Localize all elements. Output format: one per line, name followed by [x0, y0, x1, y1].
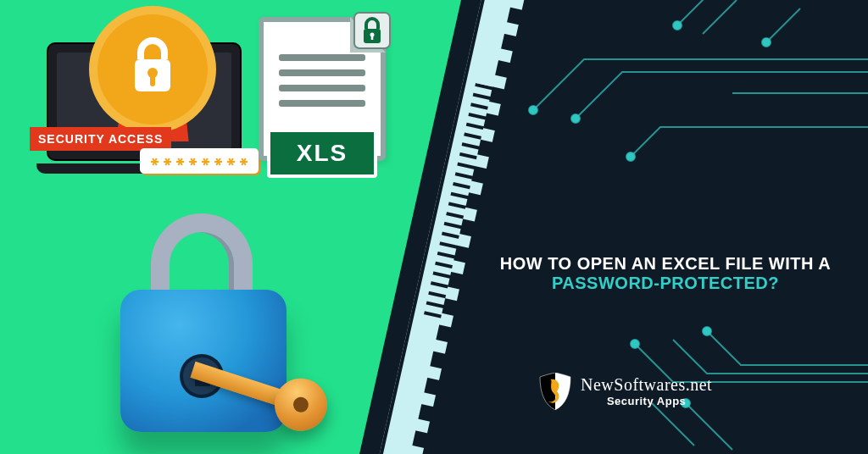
lock-icon	[130, 36, 175, 95]
title-line-1: HOW TO OPEN AN EXCEL FILE WITH A	[487, 254, 843, 274]
padlock-key-illustration	[110, 220, 297, 440]
svg-point-3	[626, 152, 635, 161]
file-type-label: XLS	[267, 129, 377, 178]
brand-tagline: Security Apps	[581, 396, 712, 407]
svg-point-1	[571, 114, 580, 123]
laptop-security-illustration: SECURITY ACCESS	[34, 21, 254, 199]
xls-file-illustration: XLS	[259, 17, 386, 186]
promo-banner: HOW TO OPEN AN EXCEL FILE WITH A PASSWOR…	[0, 0, 868, 454]
svg-rect-14	[371, 35, 374, 40]
password-mask-strip	[140, 148, 259, 174]
svg-point-5	[631, 340, 639, 348]
brand-name: NewSoftwares.net	[581, 376, 712, 394]
svg-point-4	[762, 38, 771, 47]
svg-point-6	[703, 327, 711, 335]
brand-logo: NewSoftwares.net Security Apps	[538, 373, 712, 410]
svg-rect-10	[150, 75, 155, 86]
shield-icon	[538, 373, 572, 410]
title-line-2: PASSWORD-PROTECTED?	[487, 274, 843, 293]
small-lock-icon	[353, 12, 391, 49]
svg-point-0	[529, 106, 537, 114]
title-block: HOW TO OPEN AN EXCEL FILE WITH A PASSWOR…	[487, 254, 843, 293]
svg-point-2	[673, 21, 682, 30]
security-access-tag: SECURITY ACCESS	[30, 127, 171, 151]
circuit-lines-top	[512, 0, 868, 169]
shield-badge-icon	[97, 14, 208, 125]
